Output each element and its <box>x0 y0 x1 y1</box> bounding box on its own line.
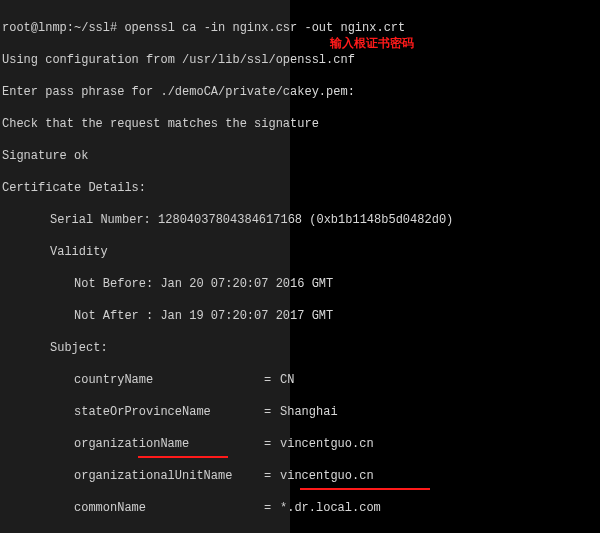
subject-countryname: countryName=CN <box>2 372 598 388</box>
command-text: openssl ca -in nginx.csr -out nginx.crt <box>124 21 405 35</box>
underline-sign-icon <box>138 456 228 458</box>
kv-sep: = <box>264 468 280 484</box>
kv-val: Shanghai <box>280 404 338 420</box>
kv-sep: = <box>264 372 280 388</box>
kv-sep: = <box>264 436 280 452</box>
subject-state: stateOrProvinceName=Shanghai <box>2 404 598 420</box>
subject-label: Subject: <box>2 340 598 356</box>
signature-ok: Signature ok <box>2 148 598 164</box>
shell-prompt: root@lnmp:~/ssl# <box>2 21 124 35</box>
kv-val: vincentguo.cn <box>280 468 374 484</box>
kv-val: vincentguo.cn <box>280 436 374 452</box>
underline-commit-icon <box>300 488 430 490</box>
kv-sep: = <box>264 500 280 516</box>
annotation-text: 输入根证书密码 <box>330 35 414 51</box>
kv-val: *.dr.local.com <box>280 500 381 516</box>
not-before-line: Not Before: Jan 20 07:20:07 2016 GMT <box>2 276 598 292</box>
kv-key: countryName <box>74 372 264 388</box>
passphrase-prompt[interactable]: Enter pass phrase for ./demoCA/private/c… <box>2 84 598 100</box>
not-before-value: Jan 20 07:20:07 2016 GMT <box>160 277 333 291</box>
serial-label: Serial Number: <box>50 213 158 227</box>
config-line: Using configuration from /usr/lib/ssl/op… <box>2 52 598 68</box>
kv-sep: = <box>264 404 280 420</box>
kv-key: organizationalUnitName <box>74 468 264 484</box>
subject-ou: organizationalUnitName=vincentguo.cn <box>2 468 598 484</box>
validity-label: Validity <box>2 244 598 260</box>
serial-value: 12804037804384617168 (0xb1b1148b5d0482d0… <box>158 213 453 227</box>
subject-org: organizationName=vincentguo.cn <box>2 436 598 452</box>
not-after-label: Not After : <box>74 309 160 323</box>
kv-key: organizationName <box>74 436 264 452</box>
kv-val: CN <box>280 372 294 388</box>
serial-line: Serial Number: 12804037804384617168 (0xb… <box>2 212 598 228</box>
terminal-output: root@lnmp:~/ssl# openssl ca -in nginx.cs… <box>0 0 600 533</box>
check-line: Check that the request matches the signa… <box>2 116 598 132</box>
cert-details-header: Certificate Details: <box>2 180 598 196</box>
kv-key: commonName <box>74 500 264 516</box>
not-before-label: Not Before: <box>74 277 160 291</box>
not-after-line: Not After : Jan 19 07:20:07 2017 GMT <box>2 308 598 324</box>
command-line: root@lnmp:~/ssl# openssl ca -in nginx.cs… <box>2 20 598 36</box>
kv-key: stateOrProvinceName <box>74 404 264 420</box>
subject-cn: commonName=*.dr.local.com <box>2 500 598 516</box>
not-after-value: Jan 19 07:20:07 2017 GMT <box>160 309 333 323</box>
